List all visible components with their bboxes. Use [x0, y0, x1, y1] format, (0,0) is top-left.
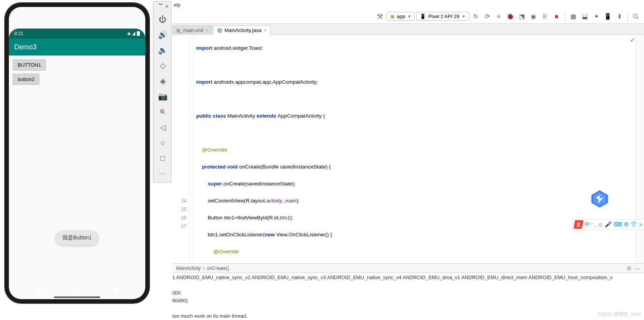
ime-expand-icon[interactable]: >: [639, 221, 642, 228]
volume-down-icon[interactable]: 🔉: [153, 42, 172, 58]
editor-breadcrumb[interactable]: MainActivity › onCreate() ⚙ —: [172, 263, 644, 273]
toast-message: 我是Button1: [55, 231, 99, 245]
chevron-down-icon: ▼: [462, 14, 466, 19]
console-line: 000: [172, 289, 644, 297]
app-title-bar: Demo3: [9, 39, 145, 56]
attach-debugger-icon[interactable]: ⎘: [540, 12, 550, 22]
debug-icon[interactable]: 🐞: [505, 12, 515, 22]
sync-icon[interactable]: ⬇: [614, 12, 624, 22]
breadcrumb-class[interactable]: MainActivity: [176, 266, 201, 271]
android-nav-bar: [19, 288, 135, 294]
ide-window: elp ⚒ ▣ app ▼ 📱 Pixel 2 API 29 ▼ ↻ ⟳ ≡ 🐞…: [172, 0, 644, 320]
nav-back-button[interactable]: [36, 288, 41, 294]
rotate-right-icon[interactable]: ◈: [153, 73, 172, 89]
avd-manager-icon[interactable]: ▦: [568, 12, 578, 22]
android-icon: ▣: [390, 13, 395, 19]
device-manager-icon[interactable]: 📱: [603, 12, 613, 22]
app-title: Demo3: [14, 43, 37, 51]
ime-voice-icon[interactable]: 🎤: [605, 221, 612, 228]
breadcrumb-separator: ›: [203, 266, 205, 271]
ime-keyboard-icon[interactable]: ⌨: [614, 221, 622, 228]
sogou-icon[interactable]: S: [573, 220, 583, 229]
run-icon[interactable]: ↻: [471, 12, 481, 22]
thunder-app-icon[interactable]: [590, 188, 609, 210]
editor-tabs: ty_main.xml × C MainActivity.java ×: [172, 24, 644, 35]
activity-restart-icon[interactable]: ≡: [494, 12, 504, 22]
fold-gutter[interactable]: [189, 35, 194, 263]
profile-icon[interactable]: ◉: [528, 12, 538, 22]
tab-label: MainActivity.java: [224, 27, 261, 33]
apply-changes-icon[interactable]: ⟳: [482, 12, 492, 22]
tab-main-activity-java[interactable]: C MainActivity.java ×: [213, 25, 271, 35]
camera-icon[interactable]: 📷: [153, 89, 172, 104]
emulator-toolbar: ✕ ⏻ 🔊 🔉 ◇ ◈ 📷 ◁ ○ □ ⋯: [153, 1, 172, 183]
signal-icon: [132, 32, 135, 35]
tab-activity-main-xml[interactable]: ty_main.xml ×: [172, 25, 212, 35]
phone-icon: 📱: [420, 13, 426, 19]
minimize-panel-icon[interactable]: —: [635, 265, 640, 271]
home-indicator: [54, 296, 100, 298]
tab-label: ty_main.xml: [177, 27, 203, 33]
console-line: 1 ANDROID_EMU_native_sync_v2 ANDROID_EMU…: [172, 274, 644, 281]
console-line: 60d90): [172, 297, 644, 305]
overview-icon[interactable]: □: [153, 150, 172, 166]
nav-home-button[interactable]: [74, 288, 80, 294]
line-number-gutter: 24252627: [172, 35, 189, 263]
rotate-left-icon[interactable]: ◇: [153, 58, 172, 73]
device-label: Pixel 2 API 29: [428, 13, 459, 19]
minimize-icon[interactable]: [159, 4, 163, 5]
ime-emoji-icon[interactable]: ☺: [597, 221, 603, 228]
close-icon[interactable]: ×: [264, 28, 266, 33]
ide-toolbar: ⚒ ▣ app ▼ 📱 Pixel 2 API 29 ▼ ↻ ⟳ ≡ 🐞 ⬔ ◉…: [172, 9, 644, 24]
menu-bar[interactable]: elp: [172, 0, 644, 9]
stop-icon[interactable]: ■: [552, 12, 562, 22]
ime-skin-icon[interactable]: 👕: [630, 221, 637, 228]
run-config-label: app: [397, 13, 405, 19]
close-icon[interactable]: ×: [205, 28, 208, 33]
wifi-icon: ◈: [127, 31, 131, 36]
coverage-icon[interactable]: ⬔: [517, 12, 527, 22]
button1[interactable]: BUTTON1: [13, 59, 46, 71]
back-icon[interactable]: ◁: [153, 120, 172, 135]
ime-punct-icon[interactable]: ' ,: [592, 221, 596, 228]
resource-manager-icon[interactable]: ✦: [591, 12, 601, 22]
phone-screen: 8:21 ◈ Demo3 BUTTON1 button2 我是Button1: [9, 7, 145, 299]
svg-line-5: [637, 17, 638, 19]
gear-icon[interactable]: ⚙: [627, 265, 632, 271]
home-icon[interactable]: ○: [153, 135, 172, 150]
zoom-icon[interactable]: [153, 104, 172, 120]
power-icon[interactable]: ⏻: [153, 12, 172, 27]
breadcrumb-method[interactable]: onCreate(): [207, 266, 229, 271]
close-icon[interactable]: ✕: [165, 4, 169, 9]
status-icons: ◈: [127, 31, 140, 36]
emulator-phone-frame: 8:21 ◈ Demo3 BUTTON1 button2 我是Button1: [5, 3, 149, 303]
svg-line-1: [163, 113, 165, 114]
svg-point-4: [634, 14, 637, 18]
console-line: too much work on its main thread.: [172, 312, 644, 320]
more-icon[interactable]: ⋯: [153, 166, 172, 181]
sdk-manager-icon[interactable]: ⬓: [580, 12, 590, 22]
device-dropdown[interactable]: 📱 Pixel 2 API 29 ▼: [416, 12, 469, 21]
button2[interactable]: button2: [13, 74, 39, 85]
run-config-dropdown[interactable]: ▣ app ▼: [387, 12, 415, 21]
chevron-down-icon: ▼: [407, 14, 411, 19]
battery-icon: [137, 31, 140, 36]
java-class-icon: C: [217, 28, 222, 33]
logcat-console[interactable]: 1 ANDROID_EMU_native_sync_v2 ANDROID_EMU…: [172, 273, 644, 320]
ime-lang-icon[interactable]: 中: [584, 221, 590, 228]
build-icon[interactable]: ⚒: [375, 12, 385, 22]
ime-toolbar[interactable]: S 中 ' , ☺ 🎤 ⌨ ⚙ 👕 >: [572, 219, 644, 230]
app-content: BUTTON1 button2: [9, 56, 145, 92]
status-time: 8:21: [14, 31, 23, 36]
search-icon[interactable]: [631, 12, 641, 22]
watermark: CSDN @慢慢_user: [598, 311, 641, 318]
analysis-ok-icon[interactable]: ✔: [630, 37, 635, 43]
volume-up-icon[interactable]: 🔊: [153, 27, 172, 42]
ime-settings-icon[interactable]: ⚙: [624, 221, 629, 228]
menu-help[interactable]: elp: [174, 2, 180, 8]
android-status-bar: 8:21 ◈: [9, 29, 145, 39]
nav-recent-button[interactable]: [113, 288, 118, 293]
